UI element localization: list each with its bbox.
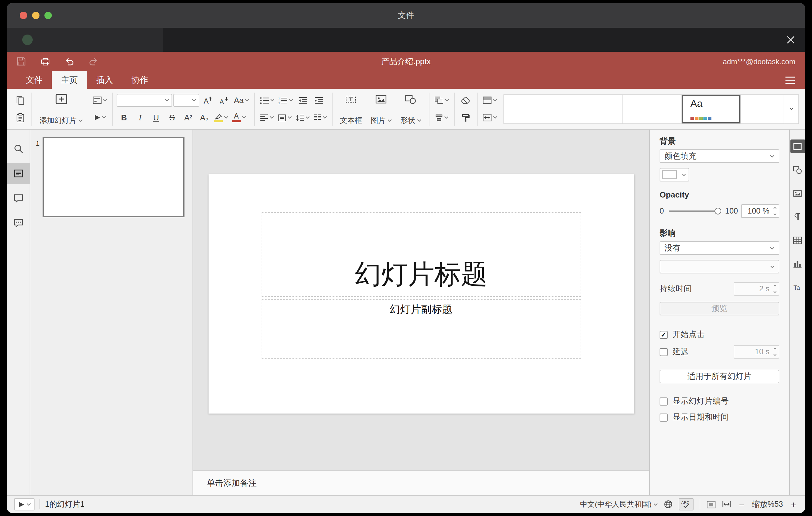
slide-title-placeholder[interactable]: 幻灯片标题 bbox=[261, 212, 581, 297]
start-slideshow-button[interactable] bbox=[91, 110, 109, 125]
zoom-window-button[interactable] bbox=[45, 12, 52, 19]
spin-up-icon[interactable] bbox=[773, 207, 777, 209]
background-color-select[interactable] bbox=[660, 168, 689, 181]
highlight-color-button[interactable] bbox=[213, 110, 230, 125]
spin-up-icon[interactable] bbox=[773, 285, 777, 287]
spin-up-icon[interactable] bbox=[773, 347, 777, 350]
font-size-select[interactable] bbox=[173, 94, 199, 107]
duration-input[interactable]: 2 s bbox=[734, 282, 779, 296]
insert-textbox-button[interactable]: 文本框 bbox=[336, 92, 366, 125]
increase-indent-button[interactable] bbox=[312, 93, 326, 108]
menu-icon[interactable] bbox=[785, 76, 795, 84]
preview-button[interactable]: 预览 bbox=[660, 302, 779, 315]
zoom-out-button[interactable]: − bbox=[737, 499, 746, 510]
font-name-select[interactable] bbox=[117, 94, 172, 107]
theme-gallery-expand-button[interactable] bbox=[784, 95, 799, 123]
start-on-click-checkbox[interactable]: 开始点击 bbox=[660, 329, 779, 340]
underline-button[interactable]: U bbox=[149, 110, 164, 125]
search-button[interactable] bbox=[7, 138, 30, 159]
spin-down-icon[interactable] bbox=[773, 354, 777, 356]
theme-option[interactable] bbox=[622, 95, 682, 123]
strikethrough-button[interactable]: S bbox=[165, 110, 179, 125]
decrease-indent-button[interactable] bbox=[295, 93, 310, 108]
image-settings-tab[interactable] bbox=[790, 187, 805, 200]
textart-settings-icon: Ta bbox=[793, 283, 802, 291]
opacity-input[interactable]: 100 % bbox=[741, 204, 779, 218]
copy-button[interactable] bbox=[13, 93, 28, 108]
superscript-button[interactable]: A² bbox=[181, 110, 196, 125]
spellcheck-button[interactable]: ABC bbox=[679, 498, 694, 511]
numbering-button[interactable]: 12 bbox=[277, 93, 294, 108]
font-color-button[interactable]: A bbox=[231, 110, 248, 125]
align-shapes-button[interactable] bbox=[433, 110, 451, 125]
undo-icon[interactable] bbox=[65, 57, 74, 65]
chat-button[interactable] bbox=[7, 212, 30, 233]
slide-layout-button[interactable] bbox=[91, 93, 109, 108]
theme-option[interactable] bbox=[563, 95, 622, 123]
theme-option[interactable] bbox=[741, 95, 784, 123]
line-spacing-button[interactable] bbox=[294, 110, 311, 125]
spin-down-icon[interactable] bbox=[773, 213, 777, 216]
insert-shape-button[interactable]: 形状 bbox=[397, 92, 425, 125]
slide-subtitle-placeholder[interactable]: 幻灯片副标题 bbox=[261, 299, 581, 359]
comments-button[interactable] bbox=[7, 188, 30, 209]
slide-thumbnail[interactable] bbox=[42, 137, 184, 217]
opacity-slider[interactable] bbox=[669, 210, 720, 212]
horizontal-align-button[interactable] bbox=[259, 110, 275, 125]
zoom-in-button[interactable]: + bbox=[789, 499, 798, 510]
shape-settings-tab[interactable] bbox=[790, 163, 805, 176]
document-language-button[interactable] bbox=[664, 500, 672, 509]
add-slide-button[interactable]: 添加幻灯片 bbox=[36, 92, 86, 125]
subscript-button[interactable]: A₂ bbox=[197, 110, 212, 125]
delay-input[interactable]: 10 s bbox=[734, 345, 779, 359]
slides-panel-button[interactable] bbox=[7, 163, 30, 184]
apply-to-all-slides-button[interactable]: 适用于所有幻灯片 bbox=[660, 370, 779, 383]
close-modal-button[interactable] bbox=[784, 33, 797, 47]
paste-button[interactable] bbox=[13, 110, 28, 125]
save-icon[interactable] bbox=[17, 57, 26, 66]
slide[interactable]: 幻灯片标题 幻灯片副标题 bbox=[208, 174, 634, 413]
color-scheme-button[interactable] bbox=[481, 93, 498, 108]
spin-down-icon[interactable] bbox=[773, 291, 777, 293]
chart-settings-tab[interactable] bbox=[790, 257, 805, 270]
tab-file[interactable]: 文件 bbox=[17, 71, 52, 89]
increase-font-button[interactable]: A bbox=[201, 93, 215, 108]
slide-size-button[interactable] bbox=[481, 110, 498, 125]
bold-button[interactable]: B bbox=[117, 110, 132, 125]
textart-settings-tab[interactable]: Ta bbox=[790, 280, 805, 294]
theme-option-selected[interactable]: Aa bbox=[682, 95, 741, 123]
start-slideshow-status-button[interactable] bbox=[14, 498, 34, 511]
insert-image-button[interactable]: 图片 bbox=[367, 92, 396, 125]
transition-variant-select[interactable] bbox=[660, 260, 779, 274]
slide-settings-tab[interactable] bbox=[790, 140, 805, 153]
copy-style-button[interactable] bbox=[459, 110, 473, 125]
decrease-font-button[interactable]: A bbox=[216, 93, 231, 108]
minimize-window-button[interactable] bbox=[32, 12, 39, 19]
transition-effect-select[interactable]: 没有 bbox=[660, 241, 779, 255]
arrange-shapes-button[interactable] bbox=[433, 93, 451, 108]
italic-button[interactable]: I bbox=[133, 110, 147, 125]
fit-to-width-button[interactable] bbox=[722, 500, 731, 508]
theme-option[interactable] bbox=[504, 95, 563, 123]
columns-button[interactable] bbox=[312, 110, 328, 125]
vertical-align-button[interactable] bbox=[277, 110, 293, 125]
tab-collaboration[interactable]: 协作 bbox=[122, 71, 157, 89]
table-settings-tab[interactable] bbox=[790, 233, 805, 247]
print-icon[interactable] bbox=[41, 57, 50, 66]
redo-icon[interactable] bbox=[89, 57, 98, 65]
paragraph-settings-tab[interactable] bbox=[790, 210, 805, 224]
show-date-time-checkbox[interactable]: 显示日期和时间 bbox=[660, 412, 779, 423]
clear-style-button[interactable] bbox=[459, 93, 473, 108]
tab-insert[interactable]: 插入 bbox=[87, 71, 122, 89]
close-window-button[interactable] bbox=[20, 12, 27, 19]
change-case-button[interactable]: Aa bbox=[233, 93, 251, 108]
language-select[interactable]: 中文(中华人民共和国) bbox=[580, 499, 658, 510]
show-slide-number-checkbox[interactable]: 显示幻灯片编号 bbox=[660, 396, 779, 407]
opacity-slider-knob[interactable] bbox=[715, 208, 721, 214]
background-fill-select[interactable]: 颜色填充 bbox=[660, 149, 779, 163]
fit-to-slide-button[interactable] bbox=[706, 500, 716, 508]
notes-area[interactable]: 单击添加备注 bbox=[193, 470, 649, 495]
delay-checkbox[interactable]: 延迟 bbox=[660, 346, 689, 357]
tab-home[interactable]: 主页 bbox=[52, 71, 87, 89]
bullets-button[interactable] bbox=[259, 93, 276, 108]
